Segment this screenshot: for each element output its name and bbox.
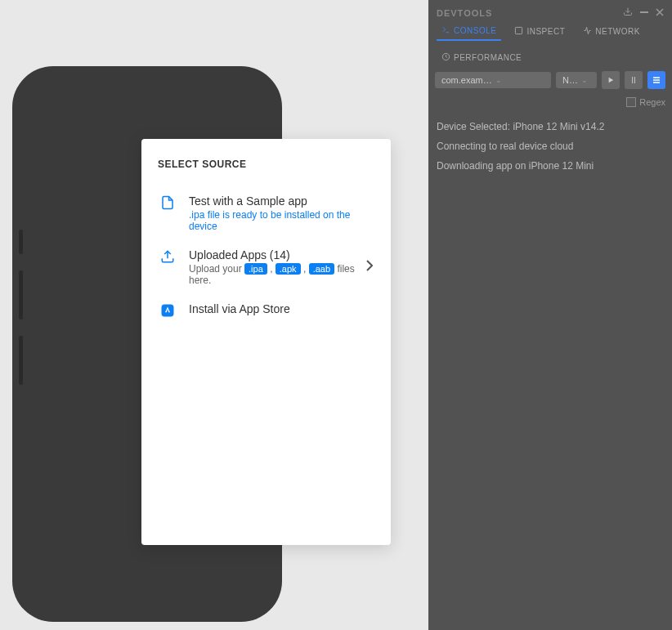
source-text: Install via App Store [189, 302, 373, 315]
header-controls [623, 7, 664, 19]
app-dropdown[interactable]: com.exam… ⌄ [435, 72, 551, 88]
svg-rect-2 [516, 27, 522, 34]
minimize-icon[interactable] [639, 7, 649, 19]
chevron-down-icon: ⌄ [581, 76, 588, 84]
modal-title: SELECT SOURCE [158, 159, 374, 170]
source-sample-app[interactable]: Test with a Sample app .ipa file is read… [158, 186, 374, 240]
inspect-icon [514, 26, 523, 37]
sub-text: , [267, 263, 276, 275]
regex-toggle[interactable]: Regex [626, 97, 665, 107]
source-label: Test with a Sample app [189, 194, 373, 208]
source-subtext: Upload your .ipa , .apk , .aab files her… [189, 263, 373, 286]
source-uploaded-apps[interactable]: Uploaded Apps (14) Upload your .ipa , .a… [158, 240, 374, 294]
tab-label: CONSOLE [454, 26, 496, 35]
sub-text: , [301, 263, 309, 275]
device-side-button [19, 270, 23, 319]
device-side-button [19, 336, 23, 385]
sub-text: Upload your [189, 263, 244, 275]
console-controls: com.exam… ⌄ N… ⌄ II [428, 66, 672, 94]
close-icon[interactable] [656, 7, 664, 19]
regex-label: Regex [639, 97, 665, 107]
svg-marker-4 [609, 78, 614, 83]
list-button[interactable] [647, 71, 665, 89]
source-label: Uploaded Apps (14) [189, 248, 373, 261]
ext-tag: .aab [309, 263, 334, 275]
network-icon [583, 26, 592, 37]
source-label: Install via App Store [189, 302, 373, 315]
svg-rect-9 [162, 305, 174, 317]
source-text: Uploaded Apps (14) Upload your .ipa , .a… [189, 248, 373, 286]
console-line: Connecting to real device cloud [437, 136, 664, 156]
source-text: Test with a Sample app .ipa file is read… [189, 194, 373, 232]
console-output: Device Selected: iPhone 12 Mini v14.2 Co… [428, 110, 672, 182]
search-input[interactable] [435, 101, 621, 104]
tab-console[interactable]: CONSOLE [437, 22, 501, 41]
play-button[interactable] [602, 71, 620, 89]
filter-dropdown[interactable]: N… ⌄ [556, 72, 597, 88]
ext-tag: .apk [276, 263, 301, 275]
devtools-header: DEVTOOLS [428, 0, 672, 19]
devtools-title: DEVTOOLS [437, 8, 492, 18]
download-icon[interactable] [623, 7, 633, 19]
chevron-right-icon [366, 260, 373, 275]
tab-label: PERFORMANCE [454, 53, 522, 62]
upload-icon [159, 248, 176, 265]
performance-icon [441, 52, 450, 63]
devtools-panel: DEVTOOLS CONSOLE INSPECT [428, 0, 672, 630]
tab-performance[interactable]: PERFORMANCE [437, 49, 526, 66]
tab-label: NETWORK [595, 27, 640, 36]
app-store-icon [159, 302, 176, 319]
tab-network[interactable]: NETWORK [578, 22, 645, 41]
regex-checkbox[interactable] [626, 97, 636, 107]
pause-icon: II [631, 76, 636, 85]
console-line: Downloading app on iPhone 12 Mini [437, 156, 664, 176]
dropdown-value: N… [562, 75, 578, 85]
chevron-down-icon: ⌄ [495, 76, 502, 84]
dropdown-value: com.exam… [441, 75, 492, 85]
devtools-tabs: CONSOLE INSPECT NETWORK PERFORMANCE [428, 19, 672, 66]
file-icon [159, 194, 176, 211]
source-app-store[interactable]: Install via App Store [158, 294, 374, 327]
console-icon [441, 25, 450, 36]
select-source-modal: SELECT SOURCE Test with a Sample app .ip… [141, 139, 391, 545]
source-subtext: .ipa file is ready to be installed on th… [189, 209, 373, 232]
ext-tag: .ipa [244, 263, 267, 275]
device-side-button [19, 230, 23, 254]
console-search-row: Regex [428, 94, 672, 110]
svg-rect-0 [640, 11, 648, 13]
tab-inspect[interactable]: INSPECT [509, 22, 570, 41]
pause-button[interactable]: II [625, 71, 643, 89]
tab-label: INSPECT [526, 27, 565, 36]
console-line: Device Selected: iPhone 12 Mini v14.2 [437, 117, 664, 136]
